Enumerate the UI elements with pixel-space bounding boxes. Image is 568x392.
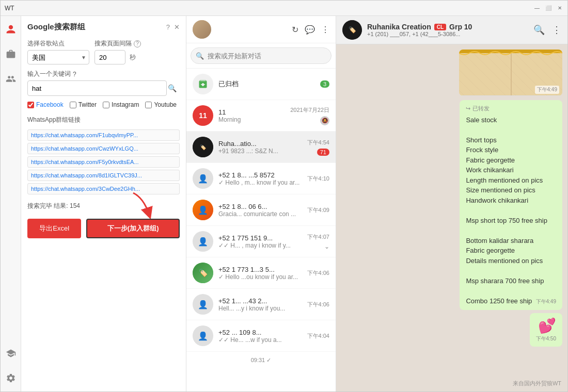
checkbox-instagram[interactable]: Instagram	[103, 101, 139, 108]
heart-time: 下午4:50	[536, 335, 556, 342]
close-panel-icon[interactable]: ✕	[174, 23, 180, 31]
next-step-button[interactable]: 下一步(加入群组)	[86, 219, 180, 238]
keyword-input[interactable]	[27, 80, 167, 96]
interval-help-icon[interactable]: ?	[134, 40, 141, 47]
panel-header-icons: ? ✕	[166, 23, 180, 31]
sidebar-item-briefcase[interactable]	[3, 46, 19, 62]
more-detail-icon[interactable]: ⋮	[552, 24, 561, 36]
chat-avatar: 👤	[193, 325, 213, 346]
chat-item[interactable]: 🏷️ +52 1 773 1...3 5... ✓ Hello ...ou kn…	[186, 257, 336, 289]
chat-avatar: 👤	[193, 294, 213, 315]
chat-item[interactable]: 👤 +52 1 8... ...5 8572 ✓ Hello , m... kn…	[186, 163, 336, 194]
link-list: https://chat.whatsapp.com/F1ubqvlmyPP...…	[27, 129, 180, 194]
site-select[interactable]: 美国	[27, 50, 89, 64]
chat-meta: 下午4:10	[307, 175, 329, 183]
chat-time: 2021年7月22日	[290, 106, 329, 114]
sidebar-item-people[interactable]	[3, 71, 19, 87]
sidebar-item-settings[interactable]	[3, 370, 19, 386]
sidebar-item-profile[interactable]	[3, 21, 19, 38]
keyword-label: 输入一个关键词 ?	[27, 70, 180, 78]
chat-icon[interactable]: 💬	[305, 25, 315, 35]
keyword-search-icon[interactable]: 🔍	[168, 84, 177, 92]
chat-item[interactable]: 👤 +52 1 775 151 9... ✓✓ H... , may i kno…	[186, 226, 336, 257]
image-message: 下午4:49	[341, 50, 562, 96]
chat-info: 11 Morning	[218, 108, 285, 123]
sidebar-item-graduation[interactable]	[3, 345, 19, 362]
chat-item[interactable]: 🏷️ Ruha...atio... +91 9823 ...: S&Z N...…	[186, 132, 336, 163]
chat-detail-sub: +1 (201) ___057, +1 (42___5-3086...	[367, 31, 528, 37]
chat-item[interactable]: 👤 +52 1 8... 06 6... Gracia... comunicar…	[186, 194, 336, 226]
maximize-button[interactable]: ⬜	[545, 5, 552, 12]
chat-preview: ✓ Hello , m... know if you ar...	[218, 179, 302, 186]
chat-avatar: 👤	[193, 231, 213, 252]
checkbox-youtube[interactable]: Youtube	[145, 101, 177, 108]
checkbox-twitter[interactable]: Twitter	[70, 101, 97, 108]
chat-meta: 下午4:54 71	[307, 139, 329, 156]
chat-info: +52 1 8... ...5 8572 ✓ Hello , m... know…	[218, 171, 302, 186]
more-icon[interactable]: ⋮	[321, 25, 329, 35]
link-item[interactable]: https://chat.whatsapp.com/8d1IGLTVC39J..…	[27, 170, 180, 181]
app-title: WT	[5, 5, 14, 12]
panel-header: Google搜索群组 ? ✕	[27, 22, 180, 32]
chat-item[interactable]: 👤 +52 1... ...43 2... Hell... ...y i kno…	[186, 289, 336, 320]
search-chat-icon[interactable]: 🔍	[533, 24, 545, 36]
chat-search: 🔍	[186, 43, 336, 69]
checkbox-facebook[interactable]: Facebook	[27, 101, 64, 108]
refresh-icon[interactable]: ↻	[292, 25, 298, 35]
close-button[interactable]: ✕	[556, 5, 563, 12]
minimize-button[interactable]: —	[533, 5, 541, 12]
chat-meta: 2021年7月22日 🔕	[290, 106, 329, 125]
text-message: ↪ 已转发 Sale stock Short tops Frock style …	[341, 100, 562, 310]
chat-preview: ✓✓ He... ...w if you a...	[218, 336, 302, 344]
chat-name: Ruha...atio...	[218, 140, 302, 148]
cl-badge: CL	[434, 24, 446, 30]
chat-time: 下午4:04	[307, 332, 329, 340]
chat-search-wrapper: 🔍	[191, 47, 332, 64]
bottom-time: 09:31 ✓	[186, 352, 336, 368]
chat-avatar: 🏷️	[193, 137, 213, 157]
chat-list-scroll: 已归档 3 11 11 Morning 2021年7月22日 🔕	[186, 69, 336, 391]
interval-input[interactable]	[94, 50, 125, 64]
chat-search-input[interactable]	[191, 47, 332, 64]
chat-name: +52 1 775 151 9...	[218, 234, 302, 242]
chat-item[interactable]: 👤 +52 ... 109 8... ✓✓ He... ...w if you …	[186, 320, 336, 352]
link-item[interactable]: https://chat.whatsapp.com/3CwDee2GHh...	[27, 183, 180, 194]
chat-meta: 下午4:06	[307, 301, 329, 308]
google-search-panel: Google搜索群组 ? ✕ 选择谷歌站点 美国 ▼	[21, 16, 186, 391]
heart-message: 💕 下午4:50	[341, 313, 562, 347]
interval-unit: 秒	[130, 53, 136, 62]
chat-search-icon: 🔍	[196, 52, 204, 60]
heart-bubble: 💕 下午4:50	[530, 313, 562, 347]
export-excel-button[interactable]: 导出Excel	[27, 219, 81, 238]
chat-info: Ruha...atio... +91 9823 ...: S&Z N...	[218, 140, 302, 155]
site-group: 选择谷歌站点 美国 ▼	[27, 39, 89, 64]
chat-list-header: ↻ 💬 ⋮	[186, 16, 336, 43]
chat-messages: 下午4:49 ↪ 已转发 Sale stock Short tops Frock	[336, 44, 567, 391]
action-buttons: 导出Excel 下一步(加入群组)	[27, 219, 180, 238]
link-item[interactable]: https://chat.whatsapp.com/F1ubqvlmyPP...	[27, 129, 180, 141]
app-window: WT — ⬜ ✕	[0, 0, 568, 392]
archive-item[interactable]: 已归档 3	[186, 69, 336, 100]
mute-icon: 🔕	[320, 116, 329, 125]
chat-time: 下午4:10	[307, 175, 329, 183]
icon-sidebar-bottom	[3, 345, 19, 386]
chat-name: +52 1... ...43 2...	[218, 297, 302, 305]
chat-name: +52 ... 109 8...	[218, 329, 302, 336]
window-controls: — ⬜ ✕	[533, 5, 563, 12]
platform-checkboxes: Facebook Twitter Instagram Youtube	[27, 101, 180, 108]
help-icon[interactable]: ?	[166, 23, 170, 31]
chat-detail-info: Ruhanika Creation CL Grp 10 +1 (201) ___…	[367, 23, 528, 37]
chat-item[interactable]: 11 11 Morning 2021年7月22日 🔕	[186, 100, 336, 132]
icon-sidebar	[1, 16, 21, 391]
chat-preview: Gracia... comunicarte con ...	[218, 210, 302, 218]
site-interval-row: 选择谷歌站点 美国 ▼ 搜索頁面间隔 ?	[27, 39, 180, 64]
link-item[interactable]: https://chat.whatsapp.com/F5y0rkvdtsEA..…	[27, 156, 180, 168]
site-label: 选择谷歌站点	[27, 39, 89, 48]
chat-detail-panel: 🏷️ Ruhanika Creation CL Grp 10 +1 (201) …	[336, 16, 567, 391]
chat-header-icons: ↻ 💬 ⋮	[292, 25, 329, 35]
chat-preview: ✓✓ H... , may i know if y...	[218, 242, 302, 249]
image-bubble: 下午4:49	[459, 50, 562, 96]
link-item[interactable]: https://chat.whatsapp.com/CwzWYxLGQ...	[27, 143, 180, 154]
keyword-input-wrapper: 🔍	[27, 80, 180, 96]
keyword-help-icon[interactable]: ?	[73, 71, 76, 78]
